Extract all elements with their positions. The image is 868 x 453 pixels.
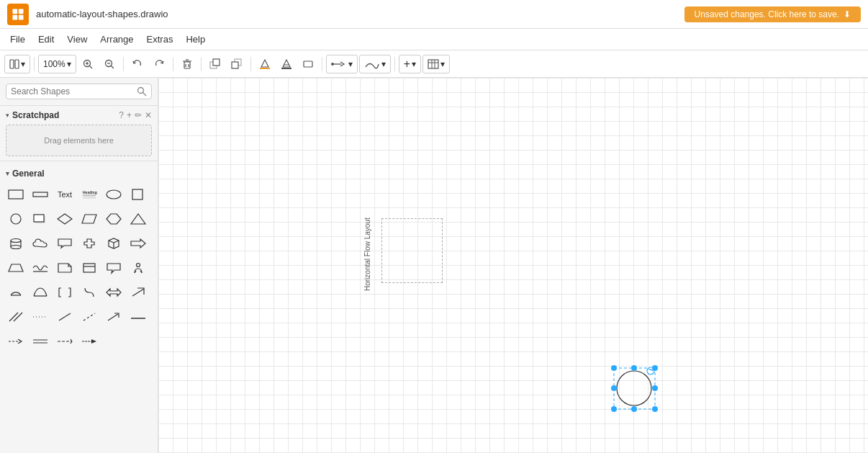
svg-rect-24 [281, 68, 291, 69]
shape-double-arrow[interactable] [102, 281, 125, 304]
search-input[interactable] [11, 86, 134, 97]
menu-edit[interactable]: Edit [32, 32, 60, 47]
line-color-button[interactable] [276, 54, 297, 74]
shape-rect-outline[interactable] [4, 183, 27, 206]
menu-arrange[interactable]: Arrange [94, 32, 139, 47]
chevron-down-icon2: ▾ [67, 59, 71, 69]
shape-circle[interactable] [4, 207, 27, 230]
to-back-button[interactable] [227, 54, 247, 74]
svg-marker-45 [58, 214, 72, 224]
shape-line-solid[interactable] [53, 305, 76, 328]
zoom-out-button[interactable] [99, 54, 119, 74]
scratchpad-close-icon[interactable]: ✕ [145, 110, 152, 120]
menu-view[interactable]: View [61, 32, 93, 47]
svg-rect-25 [304, 61, 312, 67]
svg-point-87 [631, 365, 637, 371]
layout-icon [9, 59, 19, 69]
shape-hexagon[interactable] [102, 207, 125, 230]
selected-shape[interactable] [611, 365, 658, 412]
shape-speech[interactable] [102, 256, 125, 279]
shape-cross[interactable] [78, 232, 101, 255]
general-chevron: ▾ [6, 170, 9, 177]
shape-cube[interactable] [102, 232, 125, 255]
shape-arc[interactable] [29, 281, 52, 304]
svg-marker-66 [107, 289, 121, 296]
menu-file[interactable]: File [4, 32, 31, 47]
shape-rect-thin[interactable] [29, 183, 52, 206]
shape-line-diag[interactable] [4, 305, 27, 328]
scratchpad-icons: ? + ✏ ✕ [119, 110, 152, 120]
fill-color-button[interactable] [255, 54, 275, 74]
shape-diamond[interactable] [53, 207, 76, 230]
shape-text[interactable]: Text [53, 183, 76, 206]
shape-line-dashed[interactable] [78, 305, 101, 328]
shape-arrow-right[interactable] [127, 232, 150, 255]
shape-rect-shadow[interactable] [29, 207, 52, 230]
menu-extras[interactable]: Extras [141, 32, 179, 47]
svg-point-92 [631, 406, 637, 412]
shape-line-plain[interactable] [127, 305, 150, 328]
zoom-out-icon [104, 59, 114, 69]
shape-square[interactable] [127, 183, 150, 206]
shape-arrow-filled[interactable] [78, 330, 101, 353]
shape-fold[interactable] [78, 256, 101, 279]
to-front-icon [209, 58, 221, 70]
shape-line-dotted[interactable] [29, 305, 52, 328]
delete-button[interactable] [177, 54, 197, 74]
chevron-down-icon3: ▾ [348, 59, 353, 69]
shape-triangle[interactable] [127, 207, 150, 230]
waypoint-dropdown[interactable]: ▾ [359, 55, 391, 73]
save-banner[interactable]: Unsaved changes. Click here to save. ⬇ [684, 6, 861, 22]
connector-icon [331, 59, 347, 69]
shape-ellipse[interactable] [102, 183, 125, 206]
shape-arrow-diag[interactable] [127, 281, 150, 304]
scratchpad-chevron[interactable]: ▾ [6, 112, 9, 119]
shape-half-circle[interactable] [4, 281, 27, 304]
svg-rect-44 [34, 215, 44, 222]
shape-arrow-double-line[interactable] [29, 330, 52, 353]
flow-container[interactable] [381, 218, 443, 283]
svg-point-52 [11, 246, 21, 249]
shape-cylinder[interactable] [4, 232, 27, 255]
sep7 [394, 57, 395, 71]
canvas[interactable]: Horizontal Flow Layout [158, 78, 868, 453]
scratchpad-help-icon[interactable]: ? [119, 110, 124, 120]
to-front-button[interactable] [205, 54, 225, 74]
sidebar: ▾ Scratchpad ? + ✏ ✕ Drag elements here … [0, 78, 158, 453]
shape-person[interactable] [127, 256, 150, 279]
undo-icon [132, 59, 143, 69]
undo-button[interactable] [127, 54, 148, 74]
redo-button[interactable] [149, 54, 169, 74]
chevron-down-icon4: ▾ [381, 59, 386, 69]
shape-circle-selected [611, 365, 658, 412]
table-dropdown[interactable]: ▾ [422, 55, 450, 73]
shape-trapezoid[interactable] [4, 256, 27, 279]
general-header[interactable]: ▾ General [3, 166, 155, 183]
shape-heading[interactable]: Heading [78, 183, 101, 206]
shape-style-button[interactable] [298, 54, 318, 74]
shape-wave[interactable] [29, 256, 52, 279]
scratchpad-add-icon[interactable]: + [127, 110, 132, 120]
shape-arrow-simple[interactable] [4, 330, 27, 353]
shape-arrow-dashed[interactable] [53, 330, 76, 353]
svg-point-84 [617, 371, 651, 405]
zoom-dropdown[interactable]: 100% ▾ [38, 55, 76, 73]
connector-dropdown[interactable]: ▾ [326, 55, 358, 73]
search-input-wrap[interactable] [6, 84, 152, 99]
svg-line-53 [109, 241, 114, 243]
shape-cloud[interactable] [29, 232, 52, 255]
table-icon [428, 59, 439, 69]
shape-note[interactable] [53, 256, 76, 279]
shape-line-arrow[interactable] [102, 305, 125, 328]
redo-icon [154, 59, 164, 69]
shape-bracket[interactable] [53, 281, 76, 304]
scratchpad-edit-icon[interactable]: ✏ [135, 110, 142, 120]
menu-help[interactable]: Help [180, 32, 211, 47]
svg-point-93 [652, 406, 658, 412]
zoom-in-button[interactable] [78, 54, 98, 74]
insert-dropdown[interactable]: + ▾ [399, 55, 421, 73]
shape-parallelogram[interactable] [78, 207, 101, 230]
shape-s-curve[interactable] [78, 281, 101, 304]
layout-toggle[interactable]: ▾ [4, 55, 30, 73]
shape-callout[interactable] [53, 232, 76, 255]
